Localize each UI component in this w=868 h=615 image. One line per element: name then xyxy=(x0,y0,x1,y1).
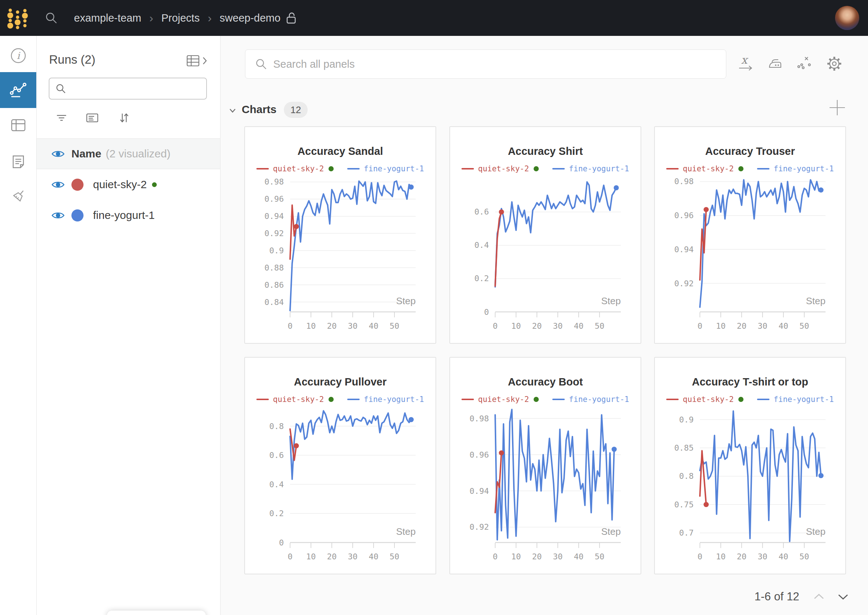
svg-text:0.94: 0.94 xyxy=(264,212,284,221)
filter-runs-button[interactable] xyxy=(54,111,69,125)
svg-text:0.96: 0.96 xyxy=(264,194,284,203)
iron-icon xyxy=(766,54,785,73)
chart-plot: 0.920.940.960.9801020304050Step xyxy=(655,127,847,345)
clipboard-icon xyxy=(9,152,27,170)
run-row-quiet-sky-2[interactable]: quiet-sky-2 xyxy=(37,169,220,200)
svg-text:10: 10 xyxy=(716,322,726,331)
outliers-button[interactable] xyxy=(796,54,815,73)
run-name[interactable]: fine-yogurt-1 xyxy=(93,209,155,222)
breadcrumb: example-team › Projects › sweep-demo xyxy=(74,11,297,25)
table-icon xyxy=(9,116,27,134)
svg-text:0.8: 0.8 xyxy=(679,471,694,481)
pagination-prev-button[interactable] xyxy=(812,592,826,601)
breadcrumb-team[interactable]: example-team xyxy=(74,12,141,24)
svg-text:0: 0 xyxy=(493,322,497,331)
svg-text:0.4: 0.4 xyxy=(269,480,284,489)
breadcrumb-project-name[interactable]: sweep-demo xyxy=(220,12,280,24)
runs-name-header-row[interactable]: Name (2 visualized) xyxy=(37,138,220,169)
panel-search-input[interactable] xyxy=(273,58,676,70)
runs-search-box[interactable] xyxy=(49,78,207,100)
svg-text:30: 30 xyxy=(758,552,768,561)
chart-plot: 00.20.40.601020304050Step xyxy=(450,127,642,345)
svg-text:0.86: 0.86 xyxy=(264,280,284,290)
panel-search-bar[interactable] xyxy=(245,49,726,79)
svg-text:0.96: 0.96 xyxy=(469,450,489,459)
svg-text:0.92: 0.92 xyxy=(469,522,489,532)
svg-text:50: 50 xyxy=(799,322,809,331)
visualized-count: (2 visualized) xyxy=(106,148,170,160)
svg-text:10: 10 xyxy=(511,322,521,331)
eye-icon[interactable] xyxy=(51,180,65,190)
eye-icon[interactable] xyxy=(51,211,65,220)
breadcrumb-separator: › xyxy=(149,11,153,25)
rail-table-button[interactable] xyxy=(0,107,36,143)
charts-count-badge: 12 xyxy=(284,102,308,118)
line-chart-icon xyxy=(9,81,27,99)
sort-runs-button[interactable] xyxy=(116,111,131,125)
svg-text:Step: Step xyxy=(396,526,416,537)
svg-text:Step: Step xyxy=(601,295,621,306)
svg-text:0.94: 0.94 xyxy=(674,245,694,254)
run-color-dot xyxy=(71,179,83,191)
chart-panel[interactable]: Accuracy Shirtquiet-sky-2fine-yogurt-100… xyxy=(449,126,641,344)
pagination-next-button[interactable] xyxy=(837,592,850,601)
svg-text:0.9: 0.9 xyxy=(679,415,694,424)
svg-text:x: x xyxy=(741,54,749,66)
chart-panel[interactable]: Accuracy T-shirt or topquiet-sky-2fine-y… xyxy=(654,357,846,574)
svg-text:Step: Step xyxy=(396,295,416,306)
floating-card[interactable] xyxy=(107,610,206,615)
svg-text:0: 0 xyxy=(279,538,284,547)
smoothing-button[interactable] xyxy=(766,54,785,73)
svg-text:10: 10 xyxy=(511,552,521,561)
breadcrumb-projects[interactable]: Projects xyxy=(161,12,200,24)
x-axis-settings-button[interactable]: x xyxy=(737,54,756,73)
svg-text:20: 20 xyxy=(532,552,542,561)
svg-text:Step: Step xyxy=(601,526,621,537)
runs-title: Runs (2) xyxy=(49,53,95,67)
svg-text:50: 50 xyxy=(595,552,605,561)
add-panel-button[interactable] xyxy=(829,99,846,116)
svg-text:50: 50 xyxy=(595,322,605,331)
svg-text:0: 0 xyxy=(288,322,292,331)
chart-plot: 0.70.750.80.850.901020304050Step xyxy=(655,357,847,575)
run-row-fine-yogurt-1[interactable]: fine-yogurt-1 xyxy=(37,200,220,231)
chart-panel[interactable]: Accuracy Sandalquiet-sky-2fine-yogurt-10… xyxy=(244,126,436,344)
runs-search-input[interactable] xyxy=(71,83,195,94)
display-options-button[interactable] xyxy=(85,111,100,125)
svg-text:0.6: 0.6 xyxy=(269,451,284,460)
svg-text:0.92: 0.92 xyxy=(674,279,694,288)
rail-reports-button[interactable] xyxy=(0,143,36,179)
svg-text:0.2: 0.2 xyxy=(474,274,489,283)
avatar[interactable] xyxy=(835,6,859,30)
chevron-down-icon xyxy=(227,105,238,116)
charts-section-chevron[interactable] xyxy=(227,105,238,116)
rail-charts-button[interactable] xyxy=(0,72,36,108)
expand-runs-table-button[interactable] xyxy=(186,54,208,67)
svg-text:0.88: 0.88 xyxy=(264,263,284,272)
broom-icon xyxy=(9,188,27,205)
chart-panel[interactable]: Accuracy Trouserquiet-sky-2fine-yogurt-1… xyxy=(654,126,846,344)
svg-text:20: 20 xyxy=(737,322,747,331)
wandb-logo[interactable] xyxy=(0,0,35,36)
svg-text:0: 0 xyxy=(288,552,292,561)
chart-plot: 0.840.860.880.90.920.940.960.98010203040… xyxy=(245,127,437,345)
svg-text:10: 10 xyxy=(306,552,316,561)
svg-text:0.85: 0.85 xyxy=(674,443,694,453)
chevron-right-icon xyxy=(202,56,208,66)
run-name[interactable]: quiet-sky-2 xyxy=(93,178,147,191)
search-icon xyxy=(255,58,267,70)
svg-text:0.92: 0.92 xyxy=(264,229,284,238)
svg-text:0.96: 0.96 xyxy=(674,211,694,220)
svg-text:20: 20 xyxy=(327,322,337,331)
settings-button[interactable] xyxy=(825,54,844,73)
rail-sweeps-button[interactable] xyxy=(0,179,36,214)
chart-panel[interactable]: Accuracy Pulloverquiet-sky-2fine-yogurt-… xyxy=(244,357,436,574)
eye-icon[interactable] xyxy=(51,149,65,159)
chart-panel[interactable]: Accuracy Bootquiet-sky-2fine-yogurt-10.9… xyxy=(449,357,641,574)
outliers-icon xyxy=(796,54,815,73)
unlock-icon xyxy=(286,12,297,25)
svg-text:0.75: 0.75 xyxy=(674,500,694,509)
rail-overview-button[interactable]: i xyxy=(0,38,36,73)
nav-search-icon[interactable] xyxy=(45,11,58,25)
svg-text:50: 50 xyxy=(390,552,400,561)
